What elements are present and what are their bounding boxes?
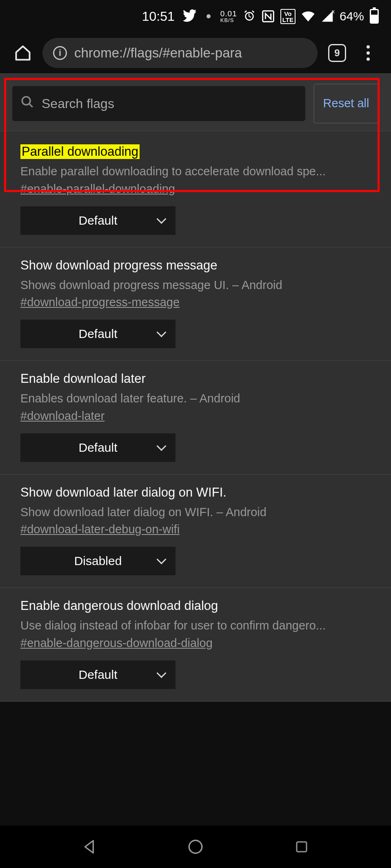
chevron-down-icon (159, 445, 167, 450)
home-button[interactable] (11, 42, 34, 64)
volte-icon: VoLTE (280, 9, 295, 24)
flag-select[interactable]: Default (20, 433, 176, 462)
flag-description: Show download later dialog on WIFI. – An… (20, 504, 379, 521)
flag-item: Show download progress messageShows down… (0, 247, 391, 361)
home-nav-button[interactable] (179, 830, 212, 863)
flag-title: Show download progress message (20, 258, 218, 273)
flag-item: Show download later dialog on WIFI.Show … (0, 475, 391, 588)
flag-hash-link[interactable]: #enable-parallel-downloading (20, 182, 175, 196)
flag-description: Use dialog instead of infobar for user t… (20, 617, 379, 634)
reset-all-button[interactable]: Reset all (313, 84, 379, 124)
flag-select-value: Default (78, 441, 117, 455)
flag-item: Enable dangerous download dialogUse dial… (0, 588, 391, 702)
address-bar[interactable]: i chrome://flags/#enable-para (42, 38, 318, 68)
battery-icon (370, 9, 379, 24)
flag-hash-link[interactable]: #download-later (20, 409, 104, 423)
battery-percentage: 64% (340, 9, 364, 23)
recents-button[interactable] (285, 830, 318, 863)
reset-label: Reset all (323, 96, 369, 111)
page-content: Search flags Reset all Parallel download… (0, 73, 391, 702)
svg-rect-3 (297, 842, 307, 852)
flag-select-value: Default (78, 668, 117, 682)
flag-title: Parallel downloading (20, 144, 140, 159)
signal-icon: x (321, 10, 334, 23)
flag-hash-link[interactable]: #enable-dangerous-download-dialog (20, 636, 213, 650)
flag-description: Shows download progress message UI. – An… (20, 277, 379, 294)
info-icon: i (53, 46, 67, 60)
flag-select[interactable]: Disabled (20, 547, 176, 575)
twitter-icon (183, 9, 197, 23)
flag-list: Parallel downloadingEnable parallel down… (0, 131, 391, 702)
flag-select-value: Default (78, 214, 117, 227)
flag-select[interactable]: Default (20, 206, 176, 235)
status-time: 10:51 (142, 9, 175, 24)
chevron-down-icon (159, 672, 167, 677)
network-speed: 0.01 KB/S (220, 10, 237, 23)
search-flags-input[interactable]: Search flags (12, 86, 305, 121)
chevron-down-icon (159, 218, 167, 223)
flag-description: Enable parallel downloading to accelerat… (20, 163, 379, 180)
tab-count: 9 (334, 47, 340, 59)
flag-select[interactable]: Default (20, 660, 176, 689)
search-row: Search flags Reset all (0, 74, 391, 131)
flag-title: Show download later dialog on WIFI. (20, 485, 227, 500)
separator-dot-icon (207, 14, 211, 18)
flag-hash-link[interactable]: #download-progress-message (20, 296, 180, 309)
status-bar: 10:51 0.01 KB/S VoLTE x 64% (0, 0, 391, 33)
search-icon (20, 95, 34, 112)
flag-select-value: Default (78, 327, 117, 341)
menu-button[interactable] (357, 42, 380, 64)
android-nav-bar (0, 826, 391, 868)
svg-point-2 (189, 840, 202, 853)
flag-select-value: Disabled (74, 554, 122, 568)
wifi-icon (301, 9, 315, 23)
kebab-icon (367, 45, 370, 61)
flag-item: Parallel downloadingEnable parallel down… (0, 131, 391, 247)
flag-title: Enable dangerous download dialog (20, 599, 218, 613)
chevron-down-icon (159, 559, 167, 563)
tabs-button[interactable]: 9 (326, 42, 349, 64)
svg-point-1 (22, 97, 30, 105)
url-text: chrome://flags/#enable-para (74, 45, 242, 61)
back-button[interactable] (73, 830, 106, 863)
flag-description: Enables download later feature. – Androi… (20, 390, 379, 407)
browser-toolbar: i chrome://flags/#enable-para 9 (0, 33, 391, 73)
flag-item: Enable download laterEnables download la… (0, 361, 391, 475)
flag-hash-link[interactable]: #download-later-debug-on-wifi (20, 523, 180, 536)
chevron-down-icon (159, 332, 167, 336)
flag-title: Enable download later (20, 371, 146, 386)
search-placeholder: Search flags (42, 96, 114, 111)
alarm-icon (243, 10, 256, 23)
nfc-icon (262, 10, 275, 23)
flag-select[interactable]: Default (20, 320, 176, 348)
